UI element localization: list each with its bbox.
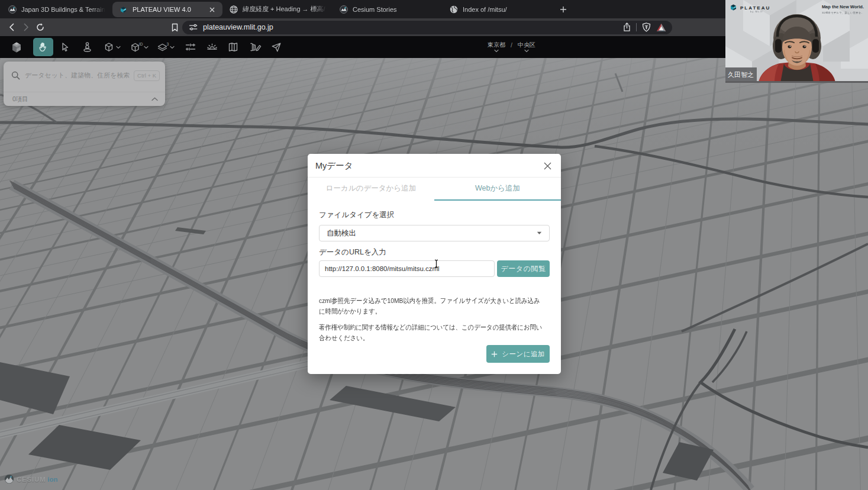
data-url-input[interactable]: http://127.0.0.1:8080/mitsu/mitsu.czml xyxy=(319,260,495,277)
tab-title: Japan 3D Buildings & Terrain – Ce xyxy=(21,6,105,13)
plateau-logo-icon xyxy=(6,38,27,56)
breadcrumb-separator: / xyxy=(511,41,512,49)
search-placeholder: データセット、建築物、住所を検索 xyxy=(25,71,130,80)
tab-title: Cesium Stories xyxy=(353,6,437,13)
tool-layers-button[interactable]: 3 xyxy=(152,38,179,56)
breadcrumb-prefecture-label: 東京都 xyxy=(488,41,505,48)
copyright-note: 著作権や制約に関する情報などの詳細については、このデータの提供者にお問い 合わせ… xyxy=(319,323,527,343)
breadcrumb-prefecture[interactable]: 東京都 xyxy=(488,41,505,53)
tab-index-mitsu[interactable]: Index of /mitsu/ xyxy=(443,0,553,18)
browse-data-button[interactable]: データの閲覧 xyxy=(497,260,550,277)
address-bar[interactable]: plateauview.mlit.go.jp xyxy=(182,21,672,34)
tool-pedestrian-button[interactable] xyxy=(77,38,97,56)
tab-close-icon[interactable] xyxy=(207,5,217,14)
tab-title: 緯度経度 + Heading → 標高/ジオイド xyxy=(243,5,327,14)
cesium-credit-text: CESIUM xyxy=(17,476,46,483)
site-settings-icon[interactable] xyxy=(189,23,198,31)
globe-fav-icon xyxy=(230,5,238,14)
tool-shadow-button[interactable] xyxy=(202,38,222,56)
dialog-body: ファイルタイプを選択 自動検出 データのURLを入力 http://127.0.… xyxy=(308,199,561,343)
select-caret-icon xyxy=(537,231,542,235)
bookmark-sidebar-icon[interactable] xyxy=(167,20,182,34)
tab-cesium-stories[interactable]: Cesium Stories xyxy=(333,0,443,18)
cesium-fav-icon xyxy=(8,5,17,14)
search-icon xyxy=(11,71,20,80)
webcam-bottom-edge xyxy=(725,81,868,83)
cesium-ion-text: ion xyxy=(48,476,58,483)
breadcrumb-city-label: 中央区 xyxy=(518,41,535,48)
screen: Japan 3D Buildings & Terrain – Ce PLATEA… xyxy=(0,0,868,490)
brave-shield-icon[interactable] xyxy=(642,22,651,32)
dialog-title: Myデータ xyxy=(315,160,353,172)
cesium-globe-icon xyxy=(4,474,14,484)
svg-text:3: 3 xyxy=(167,42,169,46)
tool-story-button[interactable] xyxy=(223,38,243,56)
tagline-sub-text: 3D都市モデルで、新しい世界を。 xyxy=(822,11,864,14)
new-tab-button[interactable] xyxy=(556,2,570,17)
add-to-scene-label: シーンに追加 xyxy=(502,350,545,359)
text-cursor-pointer xyxy=(433,259,440,270)
plateau-brand-sub: by MLIT xyxy=(750,10,763,13)
back-button[interactable] xyxy=(5,20,19,34)
tab-title: Index of /mitsu/ xyxy=(463,6,547,13)
tab-web-data[interactable]: Webから追加 xyxy=(434,178,561,199)
tab-latlon-heading[interactable]: 緯度経度 + Heading → 標高/ジオイド xyxy=(222,0,333,18)
plateau-fav-icon xyxy=(120,5,128,14)
breadcrumb: 東京都 / 中央区 xyxy=(488,36,535,58)
tab-plateau-view[interactable]: PLATEAU VIEW 4.0 xyxy=(112,2,222,17)
cesium-fav-icon xyxy=(340,5,348,14)
dataset-count-label: 0項目 xyxy=(12,95,151,104)
dialog-footer: シーンに追加 xyxy=(486,345,550,363)
file-type-label: ファイルタイプを選択 xyxy=(319,210,550,220)
breadcrumb-city[interactable]: 中央区 xyxy=(518,41,535,53)
tool-settings-button[interactable] xyxy=(180,38,201,56)
dialog-header: Myデータ xyxy=(308,154,561,178)
tab-local-data[interactable]: ローカルのデータから追加 xyxy=(308,178,434,199)
search-input[interactable]: データセット、建築物、住所を検索 Ctrl + K xyxy=(4,62,165,89)
tool-id-query-button[interactable]: ID xyxy=(125,38,153,56)
chevron-down-icon xyxy=(524,49,529,53)
add-to-scene-button[interactable]: シーンに追加 xyxy=(486,345,550,363)
url-text[interactable]: plateauview.mlit.go.jp xyxy=(203,23,623,31)
search-panel: データセット、建築物、住所を検索 Ctrl + K 0項目 xyxy=(4,62,165,106)
tool-pan-hand-button[interactable] xyxy=(33,38,53,56)
size-note: czml参照先データ込みで10MB以内を推奨。ファイルサイズが大きいと読み込み … xyxy=(319,296,527,317)
tagline-text: Map the New World. xyxy=(822,4,864,9)
search-shortcut-badge: Ctrl + K xyxy=(134,70,160,81)
tool-sketch-button[interactable] xyxy=(244,38,267,56)
divider xyxy=(636,23,637,31)
close-icon[interactable] xyxy=(541,160,553,172)
brave-rewards-icon[interactable] xyxy=(656,23,666,32)
webcam-tagline: Map the New World. 3D都市モデルで、新しい世界を。 xyxy=(822,4,864,14)
file-type-value: 自動検出 xyxy=(327,228,356,238)
chevron-up-icon xyxy=(151,97,158,101)
reload-button[interactable] xyxy=(33,20,47,34)
data-url-label: データのURLを入力 xyxy=(319,247,550,257)
tool-select-cursor-button[interactable] xyxy=(55,38,75,56)
webcam-overlay: PLATEAU by MLIT Map the New World. 3D都市モ… xyxy=(725,0,868,83)
file-type-select[interactable]: 自動検出 xyxy=(319,225,550,241)
cesium-ion-credit[interactable]: CESIUM ion xyxy=(4,474,58,484)
tab-title: PLATEAU VIEW 4.0 xyxy=(133,6,207,13)
chevron-down-icon xyxy=(494,49,499,53)
share-icon[interactable] xyxy=(623,22,631,32)
plateau-brand-icon xyxy=(730,4,737,11)
globe-fav2-icon xyxy=(450,5,458,14)
plus-icon xyxy=(491,351,498,357)
tool-3d-models-button[interactable] xyxy=(99,38,125,56)
tab-japan-3d[interactable]: Japan 3D Buildings & Terrain – Ce xyxy=(1,0,111,18)
svg-text:ID: ID xyxy=(139,42,143,46)
speaker-name-badge: 久田智之 xyxy=(725,67,757,82)
dialog-tabs: ローカルのデータから追加 Webから追加 xyxy=(308,178,561,199)
forward-button[interactable] xyxy=(19,20,33,34)
dataset-count-row[interactable]: 0項目 xyxy=(4,92,165,106)
tool-share-button[interactable] xyxy=(266,38,286,56)
